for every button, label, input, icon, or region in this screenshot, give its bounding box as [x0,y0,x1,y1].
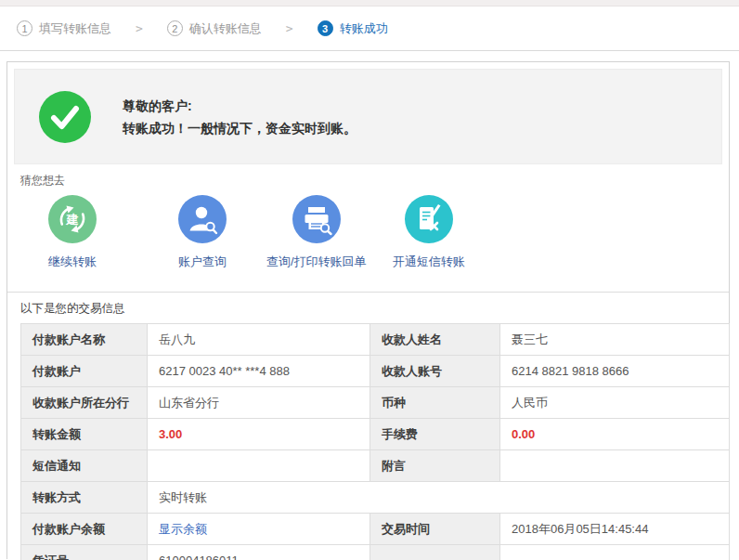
account-inquiry-link[interactable]: 账户查询 [178,195,227,270]
field-label: 币种 [370,387,500,419]
field-label: 收款人账号 [370,356,500,387]
suggestion-label: 继续转账 [48,254,97,270]
success-message: 转账成功！一般情况下，资金实时到账。 [123,117,357,139]
step-number: 3 [318,20,333,36]
field-label: 手续费 [370,419,500,450]
suggestion-label: 开通短信转账 [393,254,465,270]
printer-search-icon [292,195,341,243]
success-banner: 尊敬的客户: 转账成功！一般情况下，资金实时到账。 [14,69,722,164]
suggestions-row: 建 继续转账 账户查询 [14,189,722,283]
table-row: 短信通知附言 [21,450,730,482]
success-message-block: 尊敬的客户: 转账成功！一般情况下，资金实时到账。 [123,95,357,139]
field-label: 转账金额 [21,419,148,450]
step-number: 2 [167,20,183,36]
field-label [370,545,500,560]
transaction-table: 付款账户名称岳八九收款人姓名聂三七付款账户6217 0023 40** ***4… [20,323,730,560]
continue-transfer-link[interactable]: 建 继续转账 [48,195,97,270]
section-divider [7,292,729,293]
step-item-2: 2确认转账信息 [167,20,262,37]
step-item-1: 1填写转账信息 [17,20,111,37]
table-row: 凭证号610004186011 [21,545,730,560]
step-separator-icon: > [286,21,293,35]
step-item-3: 3转账成功 [318,20,388,37]
field-value: 聂三七 [500,324,730,356]
field-label: 收款账户所在分行 [21,387,148,419]
field-label: 付款账户 [21,356,148,387]
step-label: 确认转账信息 [189,20,262,37]
field-value[interactable]: 显示余额 [148,514,370,545]
field-label: 付款账户余额 [21,514,148,545]
success-greeting: 尊敬的客户: [123,95,357,117]
field-label: 附言 [370,450,500,482]
suggestion-label: 查询/打印转账回单 [266,254,367,270]
table-row: 付款账户余额显示余额交易时间2018年06月05日14:45:44 [21,514,730,545]
table-row: 付款账户名称岳八九收款人姓名聂三七 [21,324,730,356]
svg-text:建: 建 [66,213,79,227]
field-value: 3.00 [148,419,370,450]
step-separator-icon: > [136,21,143,35]
field-label: 短信通知 [21,450,148,482]
field-label: 交易时间 [370,514,500,545]
account-search-icon [178,195,227,243]
step-label: 填写转账信息 [39,20,111,37]
field-value: 人民币 [500,387,730,419]
field-label: 凭证号 [21,545,148,560]
field-value: 0.00 [500,419,730,450]
suggestion-label: 账户查询 [178,254,227,270]
step-label: 转账成功 [340,20,388,37]
field-value: 6217 0023 40** ***4 888 [148,356,370,387]
step-indicator: 1填写转账信息>2确认转账信息>3转账成功 [0,6,739,51]
step-number: 1 [17,20,32,36]
table-row: 收款账户所在分行山东省分行币种人民币 [21,387,730,419]
field-value: 2018年06月05日14:45:44 [500,514,730,545]
field-value: 山东省分行 [148,387,370,419]
print-receipt-link[interactable]: 查询/打印转账回单 [266,195,367,270]
suggestions-title: 猜您想去 [20,173,722,189]
table-row: 转账金额3.00手续费0.00 [21,419,730,450]
field-value: 岳八九 [148,324,370,356]
sms-transfer-link[interactable]: 开通短信转账 [393,195,465,270]
field-value: 6214 8821 9818 8666 [500,356,730,387]
transfer-result-panel: 尊敬的客户: 转账成功！一般情况下，资金实时到账。 猜您想去 建 继续转账 [6,61,730,559]
success-check-icon [39,91,91,143]
field-label: 转账方式 [21,482,148,514]
field-label: 付款账户名称 [21,324,148,356]
field-value: 实时转账 [148,482,730,514]
transaction-info-title: 以下是您的交易信息 [20,301,722,317]
refresh-transfer-icon: 建 [48,195,97,243]
field-value [148,450,370,482]
field-label: 收款人姓名 [370,324,500,356]
table-row: 付款账户6217 0023 40** ***4 888收款人账号6214 882… [21,356,730,387]
table-row: 转账方式实时转账 [21,482,730,514]
field-value [500,545,730,560]
field-value: 610004186011 [148,545,370,560]
sms-transfer-icon [405,195,453,243]
field-value [500,450,730,482]
